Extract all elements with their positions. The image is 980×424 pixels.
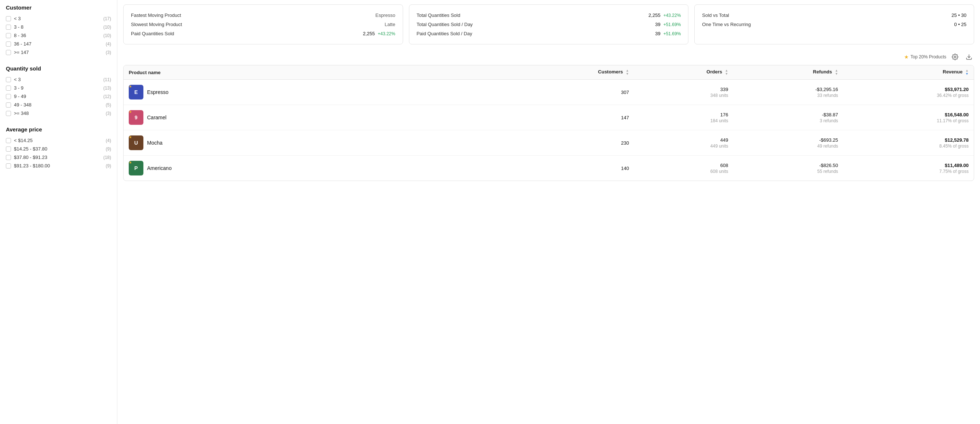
product-name-espresso: Espresso	[147, 89, 169, 95]
paid-qty-badge: +43.22%	[378, 31, 395, 36]
customers-americano: 140	[506, 156, 634, 181]
filter-checkbox-customer-2[interactable]	[6, 33, 11, 38]
product-name-americano: Americano	[147, 165, 172, 171]
orders-mocha: 449449 units	[634, 130, 733, 156]
col-revenue[interactable]: Revenue ▲▼	[843, 65, 974, 80]
customers-mocha: 230	[506, 130, 634, 156]
slowest-moving-label: Slowest Moving Product	[131, 22, 182, 27]
filter-count-quantity_sold-3: (5)	[106, 102, 111, 108]
total-qty-row: Total Quantities Sold 2,255 +43.22%	[417, 11, 681, 20]
product-image-mocha: ★U	[129, 135, 143, 150]
stats-card-quantities: Total Quantities Sold 2,255 +43.22% Tota…	[409, 5, 689, 45]
filter-label-quantity_sold-2: 9 - 49	[14, 94, 26, 99]
filter-checkbox-average_price-2[interactable]	[6, 155, 11, 160]
list-item: 49 - 348(5)	[6, 100, 111, 109]
fastest-moving-row: Fastest Moving Product Espresso	[131, 11, 395, 20]
filter-count-customer-3: (4)	[106, 41, 111, 46]
product-name-mocha: Mocha	[147, 140, 162, 146]
filter-label-quantity_sold-1: 3 - 9	[14, 85, 24, 91]
orders-sort-icon: ▲▼	[725, 69, 729, 76]
stats-row: Fastest Moving Product Espresso Slowest …	[123, 5, 974, 45]
total-qty-day-row: Total Quantities Sold / Day 39 +51.69%	[417, 20, 681, 29]
product-cell-espresso: ★EEspresso	[124, 80, 506, 105]
col-product-name[interactable]: Product name	[124, 65, 506, 80]
filter-checkbox-average_price-3[interactable]	[6, 163, 11, 169]
col-refunds[interactable]: Refunds ▲▼	[733, 65, 843, 80]
list-item: < 3(11)	[6, 75, 111, 84]
paid-qty-day-badge: +51.69%	[663, 31, 681, 36]
svg-point-0	[955, 56, 956, 58]
settings-button[interactable]	[950, 52, 960, 62]
col-orders[interactable]: Orders ▲▼	[634, 65, 733, 80]
filter-checkbox-quantity_sold-3[interactable]	[6, 102, 11, 108]
filter-count-quantity_sold-0: (11)	[103, 77, 111, 82]
total-qty-label: Total Quantities Sold	[417, 13, 460, 18]
filter-label-average_price-1: $14.25 - $37.80	[14, 146, 47, 151]
customers-caramel: 147	[506, 105, 634, 130]
stats-card-sold-vs: Sold vs Total 25 • 30 One Time vs Recurr…	[694, 5, 974, 45]
refunds-mocha: -$693.2549 refunds	[733, 130, 843, 156]
list-item: 3 - 8(10)	[6, 23, 111, 31]
filter-count-quantity_sold-1: (13)	[103, 86, 111, 91]
total-qty-value: 2,255	[648, 13, 660, 18]
filter-count-customer-2: (10)	[103, 33, 111, 38]
filter-label-quantity_sold-0: < 3	[14, 77, 21, 82]
filter-checkbox-customer-0[interactable]	[6, 16, 11, 21]
refunds-sort-icon: ▲▼	[835, 69, 838, 76]
filter-checkbox-quantity_sold-2[interactable]	[6, 94, 11, 99]
paid-qty-value: 2,255	[363, 31, 375, 36]
filter-checkbox-quantity_sold-4[interactable]	[6, 111, 11, 116]
filter-label-quantity_sold-4: >= 348	[14, 110, 29, 116]
filter-checkbox-customer-1[interactable]	[6, 25, 11, 30]
product-cell-mocha: ★UMocha	[124, 130, 506, 156]
orders-caramel: 176184 units	[634, 105, 733, 130]
filter-checkbox-customer-3[interactable]	[6, 41, 11, 46]
filter-label-average_price-2: $37.80 - $91.23	[14, 155, 47, 160]
star-icon: ★	[904, 54, 909, 60]
filter-count-quantity_sold-2: (12)	[103, 94, 111, 99]
orders-espresso: 339348 units	[634, 80, 733, 105]
refunds-americano: -$826.5055 refunds	[733, 156, 843, 181]
filter-count-average_price-2: (18)	[103, 155, 111, 160]
fastest-moving-value: Espresso	[375, 13, 395, 18]
filter-section-quantity_sold: Quantity sold< 3(11)3 - 9(13)9 - 49(12)4…	[6, 65, 111, 118]
filter-label-customer-2: 8 - 36	[14, 33, 26, 38]
list-item: < 3(17)	[6, 14, 111, 23]
sold-vs-total-label: Sold vs Total	[702, 13, 729, 18]
total-qty-day-badge: +51.69%	[663, 22, 681, 27]
product-name-caramel: Caramel	[147, 115, 167, 120]
one-time-vs-recurring-row: One Time vs Recurring 0 • 25	[702, 20, 966, 29]
table-row: ★UMocha230449449 units-$693.2549 refunds…	[124, 130, 974, 156]
total-qty-badge: +43.22%	[663, 13, 681, 18]
filter-checkbox-quantity_sold-1[interactable]	[6, 86, 11, 91]
filter-count-quantity_sold-4: (3)	[106, 111, 111, 116]
paid-qty-day-label: Paid Quantities Sold / Day	[417, 31, 473, 36]
col-customers[interactable]: Customers ▲▼	[506, 65, 634, 80]
filter-count-average_price-1: (9)	[106, 147, 111, 151]
product-image-americano: ★P	[129, 161, 143, 175]
filter-checkbox-quantity_sold-0[interactable]	[6, 77, 11, 82]
filter-checkbox-average_price-0[interactable]	[6, 138, 11, 143]
download-button[interactable]	[964, 52, 974, 62]
top20-label: Top 20% Products	[911, 54, 946, 59]
products-table: Product name Customers ▲▼ Orders ▲▼	[124, 65, 974, 181]
filter-checkbox-average_price-1[interactable]	[6, 147, 11, 151]
filter-label-average_price-3: $91.23 - $180.00	[14, 163, 50, 169]
filter-label-customer-1: 3 - 8	[14, 24, 24, 30]
product-image-letter: E	[134, 89, 138, 95]
product-image-letter: U	[134, 140, 138, 146]
table-row: ★PAmericano140608608 units-$826.5055 ref…	[124, 156, 974, 181]
customers-espresso: 307	[506, 80, 634, 105]
list-item: 3 - 9(13)	[6, 84, 111, 92]
one-time-vs-recurring-value: 0 • 25	[955, 22, 966, 27]
customers-sort-icon: ▲▼	[626, 69, 629, 76]
top-controls: ★ Top 20% Products	[123, 52, 974, 62]
fastest-moving-label: Fastest Moving Product	[131, 13, 181, 18]
top20-star-icon: ★	[129, 110, 132, 114]
refunds-caramel: -$38.873 refunds	[733, 105, 843, 130]
revenue-espresso: $53,971.2036.42% of gross	[843, 80, 974, 105]
filter-checkbox-customer-4[interactable]	[6, 50, 11, 55]
paid-qty-day-row: Paid Quantities Sold / Day 39 +51.69%	[417, 29, 681, 38]
total-qty-day-value: 39	[655, 22, 660, 27]
list-item: $37.80 - $91.23(18)	[6, 153, 111, 161]
